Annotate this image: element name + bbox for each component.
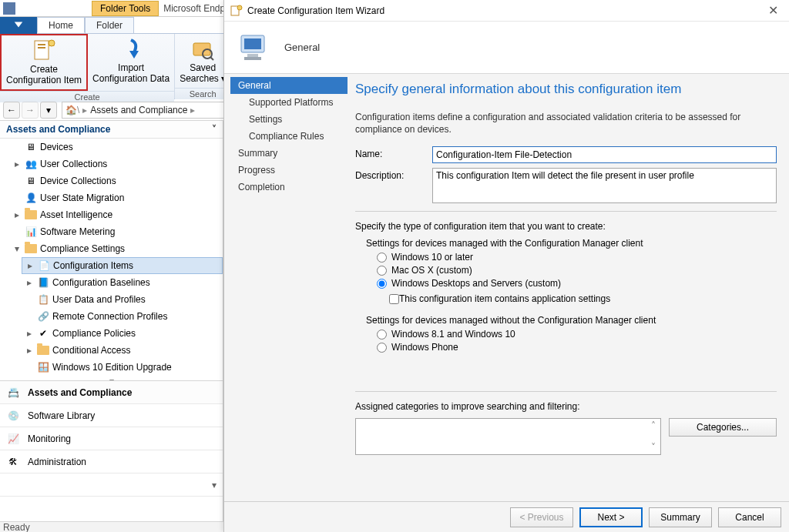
ribbon-group-create: CreateConfiguration Item ImportConfigura… — [0, 34, 175, 99]
configuration-baselines-icon: 📘 — [37, 276, 49, 289]
tree-node-win10-edition-upgrade[interactable]: 🪟Windows 10 Edition Upgrade — [22, 359, 223, 376]
summary-button[interactable]: Summary — [649, 507, 712, 527]
saved-searches-l1: Saved — [190, 62, 216, 73]
tree-node-user-collections[interactable]: ▸👥User Collections — [9, 156, 223, 172]
name-input[interactable] — [432, 146, 777, 163]
tree-node-asset-intelligence[interactable]: ▸Asset Intelligence — [9, 206, 223, 223]
radio-windows-phone-label: Windows Phone — [391, 342, 458, 353]
software-metering-icon: 📊 — [25, 226, 37, 238]
divider — [355, 391, 777, 392]
wunderbar-monitoring[interactable]: 📈Monitoring — [0, 427, 223, 450]
tree-node-software-metering[interactable]: 📊Software Metering — [9, 223, 223, 240]
configuration-items-icon: 📄 — [38, 259, 50, 272]
tree-node-user-state-migration[interactable]: 👤User State Migration — [9, 189, 223, 206]
contextual-tab-folder-tools[interactable]: Folder Tools — [92, 1, 159, 16]
tree-node-compliance-settings[interactable]: ▾Compliance Settings — [9, 240, 223, 257]
import-label-l1: Import — [118, 62, 144, 73]
wizard-step-progress[interactable]: Progress — [230, 162, 347, 179]
previous-button[interactable]: < Previous — [510, 507, 573, 527]
tree-node-user-data-profiles[interactable]: 📋User Data and Profiles — [22, 291, 223, 308]
wizard-banner-icon — [237, 32, 274, 63]
tree-node-configuration-items[interactable]: ▸📄Configuration Items — [22, 257, 223, 274]
create-ci-icon — [32, 38, 56, 63]
nav-forward-button[interactable]: → — [22, 102, 39, 119]
next-button[interactable]: Next > — [579, 507, 643, 527]
app-menu-button[interactable] — [0, 17, 37, 34]
assigned-categories-label: Assigned categories to improve searching… — [355, 401, 777, 412]
wizard-step-general[interactable]: General — [230, 77, 347, 94]
tree-node-configuration-baselines[interactable]: ▸📘Configuration Baselines — [22, 274, 223, 291]
create-ci-label-l2: Configuration Item — [6, 75, 82, 85]
wunderbar-administration[interactable]: 🛠Administration — [0, 450, 223, 473]
categories-button[interactable]: Categories... — [669, 418, 777, 437]
listbox-scroll[interactable]: ˄˅ — [646, 419, 660, 454]
nav-back-button[interactable]: ← — [3, 102, 20, 119]
import-configuration-data-button[interactable]: ImportConfiguration Data — [88, 34, 174, 91]
wunderbar-software-library[interactable]: 💿Software Library — [0, 404, 223, 427]
create-configuration-item-button[interactable]: CreateConfiguration Item — [0, 34, 88, 91]
tree-node-compliance-policies[interactable]: ▸✔Compliance Policies — [22, 325, 223, 342]
saved-searches-icon — [190, 37, 215, 62]
radio-windows-desktops-servers[interactable] — [377, 279, 387, 289]
saved-searches-button[interactable]: SavedSearches ▾ — [175, 34, 230, 88]
checkbox-app-settings[interactable] — [389, 294, 399, 304]
status-bar: Ready — [0, 521, 223, 532]
breadcrumb-sep: \ — [77, 105, 79, 115]
wizard-intro-text: Configuration items define a configurati… — [355, 111, 777, 136]
divider — [355, 211, 777, 212]
close-button[interactable]: ✕ — [764, 3, 783, 18]
radio-windows-phone[interactable] — [377, 343, 387, 353]
assigned-categories-listbox[interactable]: ˄˅ — [355, 418, 661, 455]
radio-windows81-10[interactable] — [377, 330, 387, 340]
compliance-policies-icon: ✔ — [37, 327, 49, 340]
tree-node-devices[interactable]: 🖥Devices — [9, 139, 223, 156]
wizard-step-completion[interactable]: Completion — [230, 179, 347, 196]
type-section-label: Specify the type of configuration item t… — [355, 221, 777, 232]
radio-macosx[interactable] — [377, 266, 387, 276]
create-configuration-item-wizard: Create Configuration Item Wizard ✕ Gener… — [223, 0, 789, 532]
nav-pane-title-text: Assets and Compliance — [6, 124, 110, 135]
wizard-step-settings[interactable]: Settings — [230, 111, 347, 128]
svg-rect-1 — [35, 41, 49, 59]
breadcrumb-segment[interactable]: Assets and Compliance — [90, 105, 187, 115]
wizard-banner-title: General — [284, 42, 320, 53]
description-textarea[interactable]: This configuration Item will detect the … — [432, 168, 777, 203]
administration-icon: 🛠 — [5, 455, 22, 469]
import-label-l2: Configuration Data — [92, 73, 170, 84]
software-library-icon: 💿 — [5, 409, 22, 423]
wunderbar-assets-compliance[interactable]: 📇Assets and Compliance — [0, 381, 223, 404]
import-icon — [119, 37, 143, 62]
wizard-content: Specify general information about this c… — [347, 74, 789, 501]
nav-pane-collapse-icon[interactable]: ˅ — [212, 124, 217, 135]
ribbon-tab-folder[interactable]: Folder — [85, 17, 134, 33]
device-collections-icon: 🖥 — [25, 175, 37, 187]
wizard-step-supported-platforms[interactable]: Supported Platforms — [230, 94, 347, 111]
tree-node-remote-connection-profiles[interactable]: 🔗Remote Connection Profiles — [22, 308, 223, 325]
nav-up-dropdown[interactable]: ▾ — [40, 102, 57, 119]
wunderbar-configure[interactable]: ▾ — [0, 473, 223, 497]
description-label: Description: — [355, 168, 432, 181]
wizard-step-compliance-rules[interactable]: Compliance Rules — [230, 128, 347, 145]
user-state-migration-icon: 👤 — [25, 192, 37, 204]
wizard-step-summary[interactable]: Summary — [230, 145, 347, 162]
wizard-app-icon — [230, 5, 243, 17]
svg-marker-6 — [129, 51, 139, 59]
svg-rect-15 — [244, 57, 261, 60]
radio-windows10[interactable] — [377, 253, 387, 263]
ribbon-tab-home[interactable]: Home — [37, 17, 85, 33]
svg-marker-0 — [15, 22, 23, 28]
tree-node-conditional-access[interactable]: ▸Conditional Access — [22, 342, 223, 359]
radio-windows10-label: Windows 10 or later — [391, 252, 473, 263]
assets-compliance-icon: 📇 — [5, 386, 22, 400]
navigation-pane: Assets and Compliance ˅ 🖥Devices ▸👥User … — [0, 121, 223, 521]
nav-pane-title: Assets and Compliance ˅ — [0, 121, 223, 139]
cancel-button[interactable]: Cancel — [718, 507, 781, 527]
checkbox-app-settings-label: This configuration item contains applica… — [399, 293, 610, 304]
remote-connection-profiles-icon: 🔗 — [37, 310, 49, 323]
svg-rect-3 — [38, 47, 45, 49]
status-text: Ready — [3, 522, 30, 532]
radio-windows81-10-label: Windows 8.1 and Windows 10 — [391, 329, 515, 340]
tree-node-device-collections[interactable]: 🖥Device Collections — [9, 172, 223, 189]
wizard-title-bar: Create Configuration Item Wizard ✕ — [224, 0, 789, 22]
compliance-settings-icon — [25, 243, 37, 255]
